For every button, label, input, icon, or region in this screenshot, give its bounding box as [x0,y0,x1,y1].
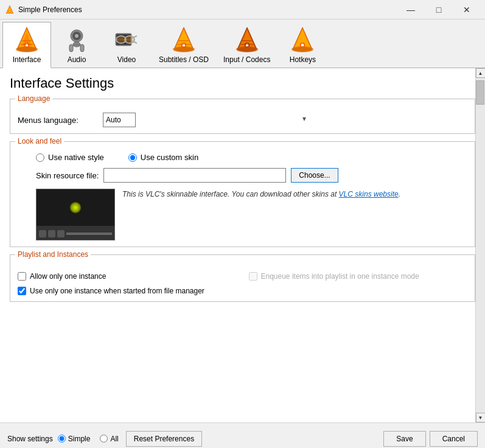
hotkeys-tab-label: Hotkeys [290,55,316,64]
all-label: All [110,435,118,443]
svg-rect-16 [69,44,73,52]
enqueue-checkbox [249,272,257,281]
enqueue-row: Enqueue items into playlist in one insta… [249,272,468,281]
input-tab-icon [232,25,262,54]
scroll-thumb[interactable] [476,80,484,105]
one-instance-row[interactable]: Allow only one instance [18,272,237,281]
page-title: Interface Settings [10,75,475,91]
file-manager-row[interactable]: Use only one instance when started from … [18,287,237,295]
svg-rect-17 [80,44,84,52]
bottom-bar: Show settings Simple All Reset Preferenc… [0,422,485,448]
preview-area: This is VLC's skinnable interface. You c… [36,189,467,240]
custom-skin-radio[interactable] [128,153,137,162]
tab-hotkeys[interactable]: Hotkeys [278,22,327,68]
native-style-label: Use native style [48,153,104,162]
preview-controls [37,226,114,240]
preview-ctrl-btn-3 [57,230,65,237]
input-tab-label: Input / Codecs [223,55,270,64]
skin-radio-group: Use native style Use custom skin [36,153,467,162]
show-settings-label: Show settings [7,435,53,443]
preview-desc-text: This is VLC's skinnable interface. You c… [122,190,339,198]
skin-preview-image [36,189,115,240]
custom-skin-label: Use custom skin [141,153,198,162]
menus-language-wrapper: Auto English French German Spanish [103,113,310,127]
simple-radio[interactable] [58,435,66,443]
enqueue-label: Enqueue items into playlist in one insta… [261,272,419,281]
window-title: Simple Preferences [18,5,397,14]
choose-button[interactable]: Choose... [291,168,338,183]
video-tab-label: Video [117,55,136,64]
svg-point-49 [291,46,313,52]
svg-point-3 [9,11,10,12]
menus-language-label: Menus language: [18,116,103,125]
one-instance-checkbox[interactable] [18,272,26,281]
language-section: Language Menus language: Auto English Fr… [10,99,475,134]
title-bar: Simple Preferences — □ ✕ [0,0,485,19]
close-button[interactable]: ✕ [453,1,480,18]
skin-resource-input[interactable] [103,168,286,183]
scrollbar: ▲ ▼ [475,68,485,422]
look-and-feel-section: Look and feel Use native style Use custo… [10,141,475,247]
window-controls: — □ ✕ [397,1,480,18]
all-radio-item[interactable]: All [100,435,118,443]
tab-audio[interactable]: Audio [52,22,101,68]
skin-resource-label: Skin resource file: [36,171,99,180]
preview-progress-bar [66,233,112,235]
interface-tab-icon [12,25,41,54]
tab-input[interactable]: Input / Codecs [217,22,277,68]
menus-language-select[interactable]: Auto English French German Spanish [103,113,136,127]
preview-ctrl-btn-1 [39,230,46,237]
audio-tab-label: Audio [68,55,86,64]
main-content: Interface Settings Language Menus langua… [0,68,485,422]
preview-ctrl-btn-2 [48,230,55,237]
language-section-title: Language [15,94,52,103]
skin-resource-row: Skin resource file: Choose... [36,168,467,183]
cancel-button[interactable]: Cancel [430,431,478,447]
tab-video[interactable]: Video [102,22,151,68]
all-radio[interactable] [100,435,108,443]
playlist-section: Playlist and Instances Allow only one in… [10,254,475,302]
subtitles-tab-label: Subtitles / OSD [159,55,209,64]
svg-point-18 [75,34,79,38]
subtitles-tab-icon [169,25,198,54]
simple-radio-item[interactable]: Simple [58,435,91,443]
preview-desc-suffix: . [399,190,400,198]
tab-subtitles[interactable]: Subtitles / OSD [152,22,215,68]
svg-point-43 [236,46,258,52]
reset-preferences-button[interactable]: Reset Preferences [126,431,202,447]
maximize-button[interactable]: □ [425,1,452,18]
scroll-up-button[interactable]: ▲ [476,68,486,78]
file-manager-checkbox[interactable] [18,287,26,295]
preview-screen [37,189,114,226]
app-icon [5,5,15,15]
custom-skin-radio-item[interactable]: Use custom skin [128,153,198,162]
save-button[interactable]: Save [383,431,425,447]
native-style-radio-item[interactable]: Use native style [36,153,104,162]
simple-label: Simple [68,435,91,443]
hotkeys-tab-icon [288,25,317,54]
playlist-grid: Allow only one instance Enqueue items in… [18,268,467,295]
svg-point-12 [16,46,38,52]
audio-tab-icon [62,25,91,54]
look-and-feel-title: Look and feel [15,137,64,145]
playlist-section-title: Playlist and Instances [15,250,91,259]
scroll-down-button[interactable]: ▼ [476,413,486,422]
scroll-track [476,78,486,413]
vlc-skins-link[interactable]: VLC skins website [339,190,399,198]
preview-description: This is VLC's skinnable interface. You c… [122,189,400,240]
svg-point-48 [301,44,304,47]
svg-point-24 [117,37,125,43]
tab-bar: Interface Audio [0,19,485,68]
preview-dot [69,201,82,214]
minimize-button[interactable]: — [397,1,424,18]
native-style-radio[interactable] [36,153,44,162]
settings-type-radio-group: Simple All [58,435,119,443]
language-row: Menus language: Auto English French Germ… [18,113,467,127]
tab-interface[interactable]: Interface [2,22,51,68]
video-tab-icon [112,25,141,54]
one-instance-label: Allow only one instance [30,272,106,281]
interface-tab-label: Interface [13,55,41,64]
file-manager-label: Use only one instance when started from … [30,287,204,295]
svg-point-35 [173,46,195,52]
